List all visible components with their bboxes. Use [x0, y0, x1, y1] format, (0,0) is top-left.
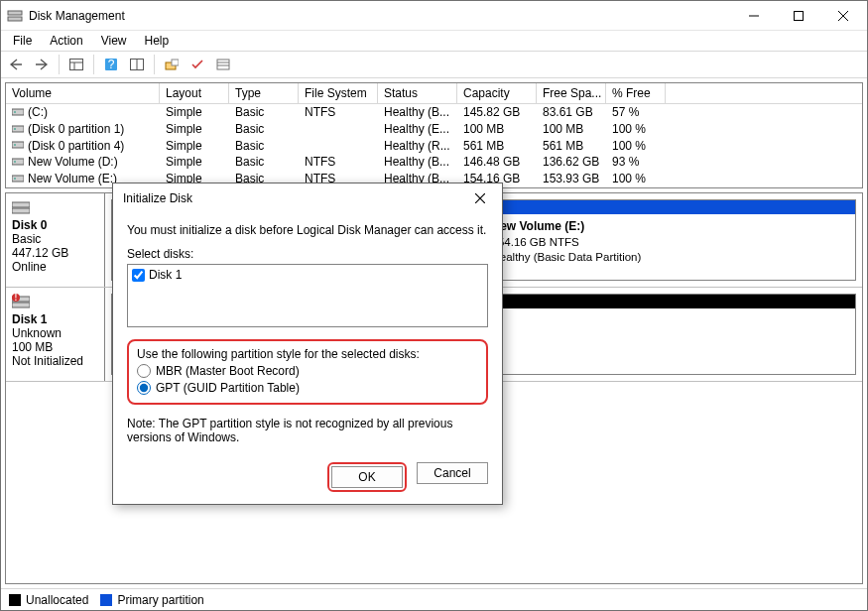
col-layout[interactable]: Layout: [160, 83, 229, 103]
svg-rect-14: [172, 60, 179, 65]
maximize-button[interactable]: [776, 1, 820, 30]
svg-point-19: [14, 111, 16, 113]
volume-row[interactable]: (Disk 0 partition 4)SimpleBasicHealthy (…: [6, 138, 862, 155]
disk-select-list[interactable]: Disk 1: [127, 264, 488, 327]
svg-rect-18: [12, 109, 24, 115]
drive-icon: [12, 139, 24, 153]
col-fs[interactable]: File System: [299, 83, 378, 103]
app-icon: [7, 8, 23, 24]
partition-style-label: Use the following partition style for th…: [137, 347, 478, 361]
toolbar: ?: [1, 51, 867, 78]
checkmark-icon[interactable]: [186, 54, 208, 75]
toolbar-separator: [93, 55, 94, 74]
drive-icon: [12, 156, 24, 170]
svg-text:?: ?: [108, 58, 115, 71]
legend-primary: Primary partition: [100, 593, 203, 607]
menu-view[interactable]: View: [93, 32, 135, 50]
disk-management-window: Disk Management File Action View Help ? …: [0, 0, 868, 611]
svg-rect-15: [217, 60, 229, 69]
volume-row[interactable]: New Volume (D:)SimpleBasicNTFSHealthy (B…: [6, 154, 862, 171]
select-disks-label: Select disks:: [127, 247, 488, 261]
disk-header[interactable]: Disk 0Basic447.12 GBOnline: [6, 193, 105, 287]
titlebar: Disk Management: [1, 1, 867, 31]
layout-icon[interactable]: [65, 54, 87, 75]
mbr-radio-input[interactable]: [137, 364, 151, 378]
menu-file[interactable]: File: [5, 32, 40, 50]
close-button[interactable]: [820, 1, 865, 30]
col-pct[interactable]: % Free: [606, 83, 666, 103]
initialize-disk-dialog: Initialize Disk You must initialize a di…: [112, 183, 503, 505]
svg-rect-3: [794, 11, 803, 20]
menu-help[interactable]: Help: [137, 32, 178, 50]
disk-header[interactable]: !Disk 1Unknown100 MBNot Initialized: [6, 288, 105, 381]
svg-rect-6: [70, 60, 83, 70]
disk-icon: [12, 199, 98, 218]
svg-point-23: [14, 144, 16, 146]
svg-rect-0: [8, 11, 22, 15]
dialog-title: Initialize Disk: [119, 191, 464, 205]
menu-action[interactable]: Action: [42, 32, 90, 50]
col-spacer: [666, 83, 862, 103]
col-volume[interactable]: Volume: [6, 83, 160, 103]
volume-row[interactable]: (C:)SimpleBasicNTFSHealthy (B...145.82 G…: [6, 104, 862, 121]
help-icon[interactable]: ?: [100, 54, 122, 75]
dialog-close-button[interactable]: [464, 185, 496, 211]
drive-icon: [12, 106, 24, 120]
partition[interactable]: New Volume (E:)154.16 GB NTFSHealthy (Ba…: [485, 199, 857, 281]
window-title: Disk Management: [29, 9, 731, 23]
partition-style-group: Use the following partition style for th…: [127, 339, 488, 405]
volume-list: Volume Layout Type File System Status Ca…: [5, 82, 863, 188]
dialog-intro: You must initialize a disk before Logica…: [127, 223, 488, 237]
disk1-checkbox[interactable]: Disk 1: [132, 268, 483, 282]
svg-rect-29: [12, 208, 30, 213]
svg-rect-26: [12, 176, 24, 182]
ok-highlight: OK: [327, 462, 407, 492]
ok-button[interactable]: OK: [331, 466, 403, 488]
svg-rect-28: [12, 202, 30, 207]
disk-icon: !: [12, 294, 98, 312]
disk1-checkbox-input[interactable]: [132, 269, 145, 282]
list-icon[interactable]: [212, 54, 234, 75]
gpt-radio[interactable]: GPT (GUID Partition Table): [137, 381, 478, 395]
svg-point-21: [14, 128, 16, 130]
svg-text:!: !: [14, 294, 17, 304]
svg-rect-22: [12, 142, 24, 148]
dialog-titlebar: Initialize Disk: [113, 183, 502, 213]
svg-rect-20: [12, 126, 24, 132]
toolbar-separator: [154, 55, 155, 74]
col-capacity[interactable]: Capacity: [457, 83, 537, 103]
gpt-note: Note: The GPT partition style is not rec…: [127, 417, 488, 444]
svg-point-25: [14, 161, 16, 163]
minimize-button[interactable]: [731, 1, 776, 30]
svg-rect-1: [8, 17, 22, 21]
toolbar-separator: [59, 55, 60, 74]
cancel-button[interactable]: Cancel: [417, 462, 488, 484]
drive-icon: [12, 123, 24, 137]
gpt-radio-input[interactable]: [137, 381, 151, 395]
col-free[interactable]: Free Spa...: [537, 83, 606, 103]
forward-button[interactable]: [31, 54, 53, 75]
mbr-radio[interactable]: MBR (Master Boot Record): [137, 364, 478, 378]
legend: Unallocated Primary partition: [1, 588, 867, 610]
settings-icon[interactable]: [161, 54, 183, 75]
svg-rect-24: [12, 159, 24, 165]
svg-point-27: [14, 178, 16, 180]
col-status[interactable]: Status: [378, 83, 457, 103]
volume-row[interactable]: (Disk 0 partition 1)SimpleBasicHealthy (…: [6, 121, 862, 138]
column-headers: Volume Layout Type File System Status Ca…: [6, 83, 862, 104]
drive-icon: [12, 173, 24, 186]
menubar: File Action View Help: [1, 31, 867, 51]
legend-unallocated: Unallocated: [9, 593, 88, 607]
back-button[interactable]: [5, 54, 27, 75]
panes-icon[interactable]: [126, 54, 148, 75]
col-type[interactable]: Type: [229, 83, 299, 103]
